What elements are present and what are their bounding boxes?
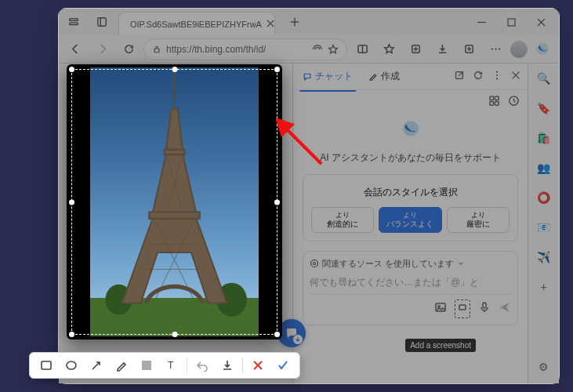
- toolbar-sep: [242, 358, 243, 373]
- handle-w[interactable]: [69, 199, 74, 205]
- sb-people[interactable]: 👥: [535, 159, 553, 176]
- highlighter[interactable]: [135, 354, 158, 376]
- handle-nw[interactable]: [69, 67, 74, 72]
- apps-icon[interactable]: [488, 95, 500, 110]
- extensions-button[interactable]: [457, 38, 481, 61]
- sb-shop[interactable]: 🛍️: [535, 129, 553, 147]
- compose-input[interactable]: 何でも尋ねてください…または「@」と: [310, 274, 511, 295]
- draw-pen[interactable]: [110, 354, 133, 376]
- copilot-create-tab[interactable]: 作成: [365, 67, 403, 86]
- window-maximize[interactable]: [496, 9, 526, 35]
- style-header: 会話のスタイルを選択: [311, 186, 510, 199]
- snip-toolbar: T: [29, 352, 300, 379]
- sb-mail[interactable]: 📧: [535, 219, 553, 236]
- sb-settings[interactable]: ⚙: [535, 358, 553, 376]
- copilot-panel: チャット 作成: [292, 64, 528, 383]
- back-button[interactable]: [63, 38, 87, 61]
- svg-rect-9: [154, 49, 159, 53]
- svg-point-18: [495, 48, 496, 49]
- svg-point-23: [496, 78, 498, 79]
- handle-n[interactable]: [172, 67, 177, 72]
- sb-cloud[interactable]: ⭕: [535, 189, 553, 206]
- svg-point-17: [491, 48, 492, 49]
- sb-search[interactable]: 🔍: [535, 70, 553, 87]
- svg-rect-47: [142, 361, 151, 370]
- window-minimize[interactable]: [466, 9, 496, 35]
- screenshot-selection[interactable]: [67, 64, 282, 339]
- svg-rect-0: [70, 19, 78, 21]
- handle-sw[interactable]: [69, 332, 74, 337]
- copilot-logo: [401, 119, 421, 142]
- svg-rect-24: [490, 96, 494, 100]
- sb-plus[interactable]: +: [535, 278, 553, 296]
- add-screenshot-icon[interactable]: [455, 299, 470, 318]
- handle-s[interactable]: [172, 332, 177, 337]
- favorites-button[interactable]: [377, 38, 401, 61]
- svg-rect-8: [508, 19, 515, 26]
- style-balanced-button[interactable]: よりバランスよく: [379, 207, 441, 233]
- address-bar-row: https://th.bing.com/th/id/: [59, 35, 559, 64]
- send-icon[interactable]: [499, 301, 511, 317]
- save-button[interactable]: [216, 354, 239, 376]
- handle-e[interactable]: [274, 199, 280, 205]
- add-image-icon[interactable]: [434, 301, 447, 317]
- svg-rect-15: [465, 45, 472, 53]
- read-aloud-icon[interactable]: [312, 44, 323, 55]
- svg-point-32: [438, 305, 441, 307]
- open-in-new-icon[interactable]: [454, 70, 465, 84]
- history-icon[interactable]: [508, 95, 520, 110]
- favorite-icon[interactable]: [328, 44, 339, 55]
- svg-text:T: T: [168, 360, 174, 371]
- cancel-button[interactable]: [246, 354, 270, 376]
- selection-marquee[interactable]: [71, 69, 277, 335]
- forward-button[interactable]: [90, 38, 114, 61]
- copilot-tabs: チャット 作成: [293, 64, 528, 90]
- new-tab-button[interactable]: [283, 10, 306, 34]
- svg-rect-44: [42, 361, 51, 369]
- svg-point-45: [67, 361, 76, 369]
- close-icon[interactable]: [510, 70, 521, 84]
- text-tool[interactable]: T: [160, 354, 183, 376]
- edge-sidebar: 🔍 🔖 🛍️ 👥 ⭕ 📧 ✈️ + ⚙: [528, 64, 559, 383]
- undo-button[interactable]: [190, 354, 214, 376]
- tabs-list-button[interactable]: [62, 10, 85, 34]
- browser-tab[interactable]: OIP.Sd6SawtBE9iEBEPIZHYFrwA: [118, 12, 275, 35]
- svg-line-46: [92, 362, 100, 369]
- style-precise-button[interactable]: より厳密に: [447, 207, 510, 233]
- svg-rect-34: [483, 303, 486, 308]
- window-close[interactable]: [526, 9, 556, 35]
- sb-tag[interactable]: 🔖: [535, 100, 553, 117]
- downloads-button[interactable]: [430, 38, 454, 61]
- more-button[interactable]: [484, 38, 507, 61]
- vertical-tabs-button[interactable]: [90, 10, 114, 34]
- refresh-icon[interactable]: [473, 70, 484, 84]
- split-screen-icon[interactable]: [350, 38, 374, 61]
- screenshot-tooltip: Add a screenshot: [405, 339, 476, 352]
- compose-box: 関連するソース を使用しています 何でも尋ねてください…または「@」と: [303, 251, 518, 325]
- shape-ellipse[interactable]: [60, 354, 83, 376]
- mic-icon[interactable]: [478, 301, 491, 317]
- copilot-chat-tab[interactable]: チャット: [299, 67, 356, 86]
- svg-rect-26: [490, 101, 494, 105]
- sb-teams[interactable]: ✈️: [535, 249, 553, 266]
- copilot-toggle[interactable]: [531, 38, 554, 61]
- tab-close-button[interactable]: [267, 20, 274, 29]
- lock-icon: [152, 45, 161, 54]
- more-icon[interactable]: [491, 70, 502, 84]
- handle-se[interactable]: [274, 332, 280, 337]
- profile-avatar[interactable]: [510, 41, 528, 58]
- refresh-button[interactable]: [117, 38, 140, 61]
- omnibox[interactable]: https://th.bing.com/th/id/: [143, 38, 347, 60]
- shape-arrow[interactable]: [85, 354, 108, 376]
- toolbar-sep: [187, 358, 187, 373]
- svg-rect-2: [98, 18, 107, 27]
- shape-rectangle[interactable]: [34, 354, 58, 376]
- confirm-button[interactable]: [271, 354, 295, 376]
- style-creative-button[interactable]: より創造的に: [311, 207, 374, 233]
- collections-button[interactable]: [404, 38, 427, 61]
- svg-point-19: [499, 48, 500, 49]
- copilot-tagline: AI アシスタントがあなたの毎日をサポート: [303, 151, 518, 165]
- svg-point-30: [314, 263, 316, 265]
- handle-ne[interactable]: [274, 67, 280, 72]
- svg-point-16: [468, 48, 470, 50]
